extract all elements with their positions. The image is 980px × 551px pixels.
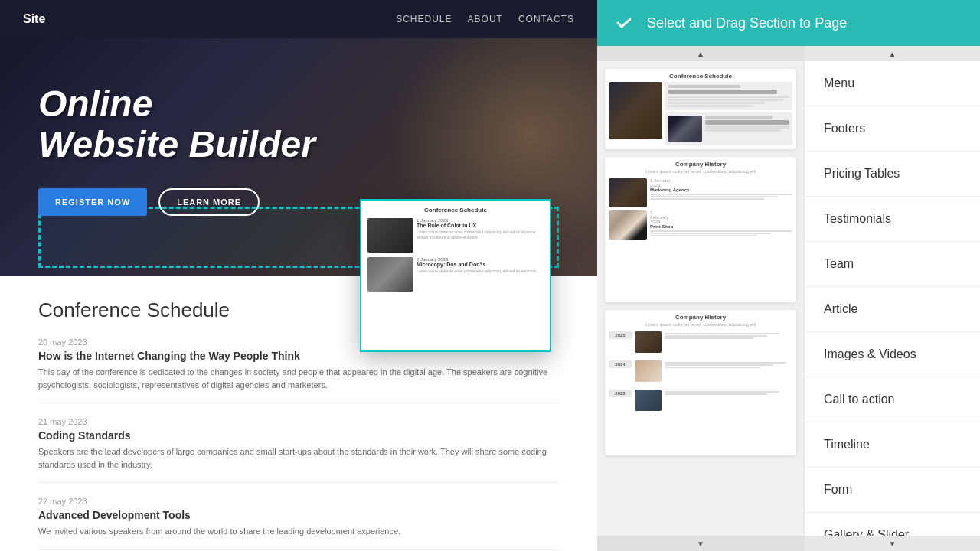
article-title-2: Coding Standards [38,429,559,442]
site-nav: SCHEDULE ABOUT CONTACTS [396,14,574,24]
company-row-img-2 [609,210,647,240]
company-row-1: 1 January 2023 Marketing Agency [609,178,792,207]
site-header: Site SCHEDULE ABOUT CONTACTS [0,0,597,38]
section-item-menu[interactable]: Menu [805,61,980,106]
timeline-row-1: 2025 [609,331,792,353]
dragged-text-1: 1 January 2023 The Role of Color in UX L… [416,218,544,253]
section-item-article[interactable]: Article [805,287,980,332]
thumbnails-scroll-down[interactable]: ▼ [597,536,804,551]
thumbnail-company-history-2[interactable]: Company History Lorem ipsum dolor sit am… [605,310,796,455]
dragged-img-2 [368,257,413,292]
article-date-2: 21 may 2023 [38,417,559,426]
hero-title: Online Website Builder [38,84,559,165]
thumbnail-company-history-1[interactable]: Company History Lorem ipsum dolor sit am… [605,157,796,302]
section-item-footers[interactable]: Footers [805,106,980,152]
learn-more-button[interactable]: LEARN MORE [158,188,260,216]
section-item-timeline[interactable]: Timeline [805,422,980,468]
article-title-3: Advanced Development Tools [38,509,559,521]
dragged-text-2: 2 January 2023 Microcopy: Dos and Don'ts… [416,257,544,292]
article-date-3: 22 may 2023 [38,497,559,506]
article-body-2: Speakers are the lead developers of larg… [38,445,559,471]
company-history-2-body: Company History Lorem ipsum dolor sit am… [605,310,796,415]
article-item-2: 21 may 2023 Coding Standards Speakers ar… [38,417,559,483]
article-body-3: We invited various speakers from around … [38,525,559,538]
company-row-2: 2 February 2024 Print Shop [609,210,792,240]
website-preview: Site SCHEDULE ABOUT CONTACTS Online Webs… [0,0,597,551]
section-list-scroll-down[interactable]: ▼ [805,536,980,551]
timeline-row-2: 2024 [609,360,792,382]
thumbnails-list: Conference Schedule [597,61,804,536]
section-item-team[interactable]: Team [805,242,980,287]
section-item-pricing-tables[interactable]: Pricing Tables [805,152,980,197]
site-logo: Site [23,12,45,26]
thumb-img-speaker [609,82,662,139]
dragged-section-card[interactable]: Conference Schedule 1 January 2023 The R… [360,199,551,352]
dragged-img-1 [368,218,413,253]
thumbnail-conference-schedule-1[interactable]: Conference Schedule [605,69,796,149]
nav-item-contacts[interactable]: CONTACTS [518,14,574,24]
thumb-right-1 [665,82,792,145]
top-bar: Select and Drag Section to Page [597,0,980,46]
thumb-text-1a [665,82,792,110]
section-selector-panel: Select and Drag Section to Page ▲ Confer… [597,0,980,551]
nav-item-schedule[interactable]: SCHEDULE [396,14,452,24]
section-list-scroll-up[interactable]: ▲ [805,46,980,61]
company-row-img-1 [609,178,647,207]
thumb-header-1: Conference Schedule [605,69,796,82]
article-item-3: 22 may 2023 Advanced Development Tools W… [38,497,559,550]
section-list: Menu Footers Pricing Tables Testimonials… [805,61,980,536]
section-item-testimonials[interactable]: Testimonials [805,197,980,242]
thumbnails-scroll-up[interactable]: ▲ [597,46,804,61]
right-panel-content: ▲ Conference Schedule [597,46,980,551]
nav-item-about[interactable]: ABOUT [468,14,503,24]
timeline-row-3: 2023 [609,390,792,411]
section-item-gallery-slider[interactable]: Gallery & Slider [805,513,980,536]
thumb-text-1b [665,112,792,145]
dragged-card-title: Conference Schedule [368,207,544,214]
thumb-body-1 [605,82,796,149]
section-item-form[interactable]: Form [805,468,980,513]
register-now-button[interactable]: REGISTER NOW [38,188,147,216]
article-body-1: This day of the conference is dedicated … [38,366,559,391]
company-history-1-body: Company History Lorem ipsum dolor sit am… [605,157,796,243]
section-item-images-videos[interactable]: Images & Videos [805,332,980,377]
check-icon [612,11,635,34]
section-item-call-to-action[interactable]: Call to action [805,377,980,422]
top-bar-title: Select and Drag Section to Page [647,15,847,31]
